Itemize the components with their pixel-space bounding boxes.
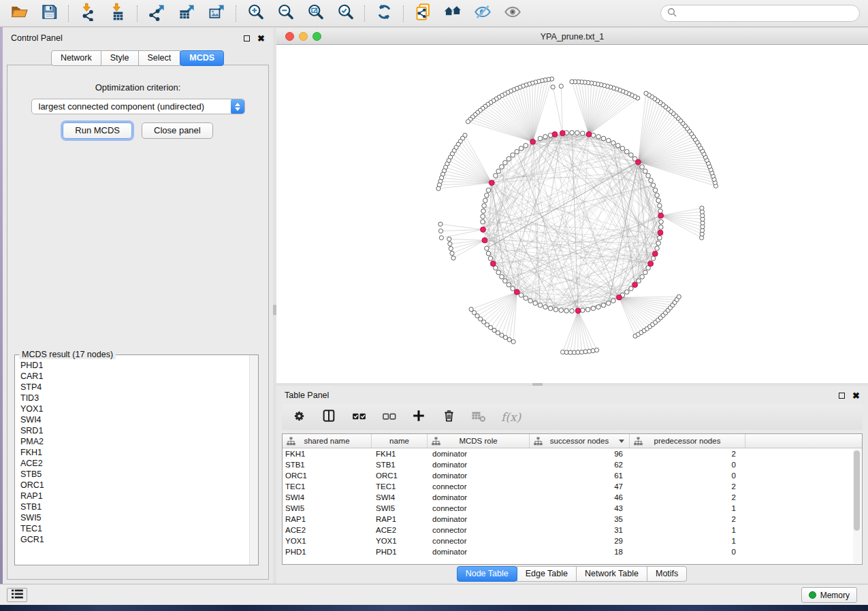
tab-style[interactable]: Style — [101, 50, 139, 66]
mcds-result-item[interactable]: SWI5 — [20, 512, 258, 523]
zoom-selected-button[interactable] — [336, 4, 355, 23]
columns-button[interactable] — [321, 410, 336, 425]
mcds-result-item[interactable]: YOX1 — [20, 403, 258, 414]
control-panel-tabbar: NetworkStyleSelectMCDS — [3, 50, 273, 66]
table-row[interactable]: PHD1PHD1dominator180 — [283, 546, 862, 557]
mcds-result-item[interactable]: ACE2 — [20, 458, 258, 469]
import-network-button[interactable] — [78, 4, 97, 23]
table-scrollbar-thumb[interactable] — [854, 450, 860, 531]
optimization-criterion-select[interactable]: largest connected component (undirected) — [31, 99, 245, 114]
mcds-result-item[interactable]: ORC1 — [20, 480, 258, 491]
hide-eye-button[interactable] — [473, 4, 492, 23]
tab-edge-table[interactable]: Edge Table — [517, 566, 577, 582]
network-from-selection-button[interactable] — [413, 4, 432, 23]
memory-status-icon — [809, 591, 816, 599]
tab-mcds[interactable]: MCDS — [180, 50, 224, 66]
show-eye-button[interactable] — [503, 4, 522, 23]
tab-network[interactable]: Network — [51, 50, 101, 66]
table-cell: dominator — [428, 515, 530, 523]
table-cell: 0 — [630, 548, 745, 556]
export-network-icon — [148, 3, 166, 24]
mcds-result-item[interactable]: STB5 — [20, 469, 258, 480]
export-network-button[interactable] — [147, 4, 166, 23]
table-cell: 1 — [630, 537, 745, 545]
houses-layout-button[interactable] — [443, 4, 462, 23]
zoom-fit-button[interactable] — [306, 4, 325, 23]
search-box[interactable] — [660, 5, 860, 22]
table-row[interactable]: SWI4SWI4dominator462 — [283, 492, 862, 503]
mcds-result-item[interactable]: PMA2 — [20, 436, 258, 447]
table-cell: SWI4 — [283, 493, 372, 501]
table-row[interactable]: SWI5SWI5connector431 — [283, 503, 862, 514]
task-history-button[interactable] — [7, 588, 27, 602]
select-all-checks-button[interactable] — [351, 410, 366, 425]
save-floppy-button[interactable] — [39, 4, 59, 23]
network-canvas[interactable] — [276, 45, 868, 383]
mcds-result-item[interactable]: PHD1 — [20, 360, 258, 371]
mcds-result-item[interactable]: TEC1 — [20, 523, 258, 534]
table-row[interactable]: TEC1TEC1connector472 — [283, 481, 862, 492]
mcds-result-item[interactable]: FKH1 — [20, 447, 258, 458]
tab-network-table[interactable]: Network Table — [576, 566, 647, 582]
table-cell: STB1 — [283, 461, 372, 469]
table-cell: connector — [428, 537, 530, 545]
memory-button[interactable]: Memory — [801, 587, 857, 603]
delete-trash-icon — [442, 409, 456, 426]
close-icon[interactable]: ✖ — [257, 34, 265, 43]
toolbar-group — [404, 4, 532, 23]
close-panel-button[interactable]: Close panel — [142, 122, 213, 139]
mcds-result-title: MCDS result (17 nodes) — [19, 350, 116, 359]
search-input[interactable] — [681, 9, 853, 18]
tab-motifs[interactable]: Motifs — [647, 566, 687, 582]
column-header-MCDS-role[interactable]: MCDS role — [428, 434, 530, 448]
column-header-name[interactable]: name — [372, 434, 428, 448]
mcds-result-item[interactable]: SRD1 — [20, 425, 258, 436]
table-row[interactable]: STB1STB1dominator620 — [283, 459, 862, 470]
table-cell: 2 — [630, 515, 745, 523]
mcds-result-item[interactable]: CAR1 — [20, 371, 258, 382]
table-cell: connector — [428, 526, 530, 534]
column-header-shared-name[interactable]: shared name — [283, 434, 372, 448]
run-mcds-button[interactable]: Run MCDS — [63, 122, 132, 139]
table-row[interactable]: ACE2ACE2connector311 — [283, 525, 862, 535]
import-table-button[interactable] — [108, 4, 127, 23]
mcds-tab-content: Optimization criterion: largest connecte… — [7, 65, 269, 580]
table-row[interactable]: RAP1RAP1dominator352 — [283, 514, 862, 525]
table-row[interactable]: YOX1YOX1connector291 — [283, 535, 862, 546]
add-plus-button[interactable] — [411, 410, 426, 425]
table-header-row: shared namenameMCDS rolesuccessor nodesp… — [283, 434, 862, 448]
open-folder-button[interactable] — [10, 4, 29, 23]
tab-select[interactable]: Select — [138, 50, 181, 66]
mcds-list-scrollbar[interactable] — [249, 355, 258, 565]
tab-node-table[interactable]: Node Table — [457, 566, 517, 582]
mcds-result-item[interactable]: TID3 — [20, 393, 258, 403]
table-scrollbar[interactable] — [853, 449, 861, 563]
float-window-icon[interactable] — [839, 393, 845, 399]
column-header-predecessor-nodes[interactable]: predecessor nodes — [630, 434, 745, 448]
table-row[interactable]: ORC1ORC1dominator610 — [283, 470, 862, 481]
zoom-in-button[interactable] — [246, 4, 265, 23]
refresh-layout-button[interactable] — [374, 4, 393, 23]
export-image-button[interactable] — [207, 4, 226, 23]
settings-gear-button[interactable] — [291, 410, 306, 425]
control-panel: Control Panel ✖ NetworkStyleSelectMCDS O… — [3, 29, 273, 584]
mcds-result-item[interactable]: RAP1 — [20, 491, 258, 501]
table-cell: 61 — [530, 472, 630, 480]
close-icon[interactable]: ✖ — [852, 391, 860, 400]
delete-table-button — [471, 410, 486, 425]
delete-trash-button[interactable] — [441, 410, 456, 425]
table-toolbar: f(x) — [282, 404, 863, 430]
mcds-result-item[interactable]: STB1 — [20, 501, 258, 512]
table-panel: Table Panel ✖ f(x) shared namenameMCDS r… — [276, 386, 868, 584]
table-row[interactable]: FKH1FKH1dominator962 — [283, 448, 862, 459]
table-cell: RAP1 — [283, 515, 372, 523]
zoom-out-button[interactable] — [276, 4, 295, 23]
export-table-button[interactable] — [177, 4, 196, 23]
toolbar-group — [365, 4, 403, 23]
deselect-all-boxes-button[interactable] — [381, 410, 396, 425]
float-window-icon[interactable] — [244, 35, 250, 42]
mcds-result-item[interactable]: SWI4 — [20, 414, 258, 425]
mcds-result-item[interactable]: GCR1 — [20, 534, 258, 545]
column-header-successor-nodes[interactable]: successor nodes — [530, 434, 630, 448]
mcds-result-item[interactable]: STP4 — [20, 382, 258, 393]
